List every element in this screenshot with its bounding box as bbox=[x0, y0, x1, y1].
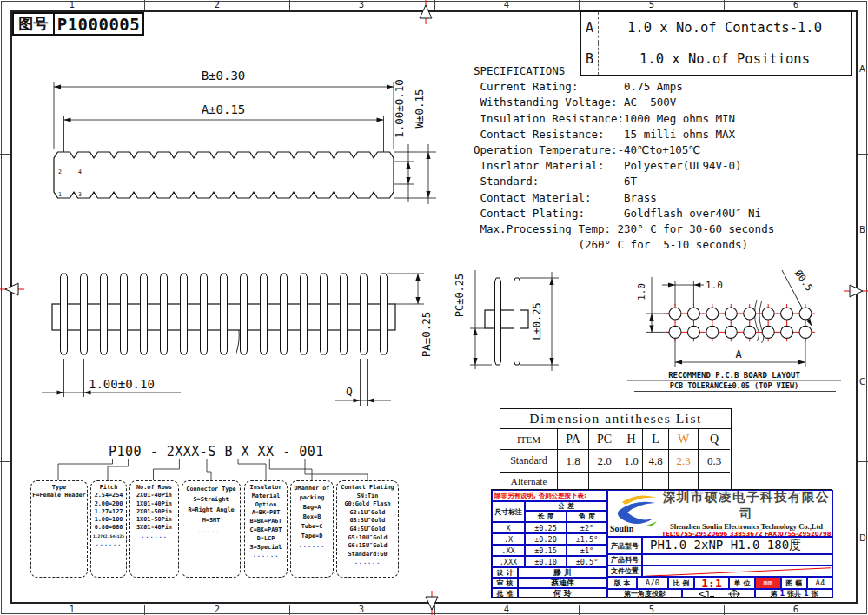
title-block: 除非另有说明, 否则公差按下表: 尺寸标注 公 差 长 度 角 度 X ±0.2… bbox=[491, 489, 832, 598]
pcb-note1: RECOMMEND P.C.B BOARD LAYOUT bbox=[668, 371, 800, 380]
reviewer-label: 审 核 bbox=[492, 578, 518, 588]
drawing-number-value: P1000005 bbox=[55, 14, 142, 34]
spec-line: Standard: 6T bbox=[474, 174, 774, 189]
grid-col-label: 3 bbox=[353, 0, 370, 10]
frame-tick bbox=[858, 154, 868, 155]
frame-tick bbox=[724, 0, 725, 10]
connector-front-view: 1.00±0.10 Q PA±0.25 bbox=[35, 256, 452, 413]
grid-col-label: 4 bbox=[498, 605, 515, 614]
part-box-line: ...... bbox=[130, 532, 178, 540]
tol-header-len: 长 度 bbox=[525, 511, 567, 522]
dim-value: 0.3 bbox=[699, 450, 730, 473]
specifications-block: SPECIFICATIONS Current Rating: 0.75 Amps… bbox=[474, 63, 774, 253]
dimension-table-title: Dimension antitheses List bbox=[500, 409, 731, 429]
part-box-line: ...... bbox=[291, 541, 333, 551]
frame-tick bbox=[0, 461, 10, 462]
scale-label: 比 例 bbox=[668, 577, 694, 589]
logo-text: Soulin bbox=[610, 524, 633, 533]
dimension-table-alternate-row: AIternate bbox=[500, 473, 731, 490]
pin-number: 2 bbox=[58, 169, 62, 175]
part-box-type: Type F=Female Header bbox=[30, 480, 88, 578]
part-box-line: 2X01-40Pin bbox=[130, 492, 178, 499]
tol-cell: ±0.20 bbox=[525, 533, 567, 545]
row-label: AIternate bbox=[500, 473, 558, 490]
pcb-pitch-x-label: 1.0 bbox=[706, 280, 723, 291]
frame-tick bbox=[144, 0, 145, 10]
dim-value bbox=[669, 473, 699, 490]
tol-cell: ±1° bbox=[567, 545, 607, 556]
frame-tick bbox=[0, 308, 10, 308]
tol-cell: ±0.25 bbox=[525, 522, 567, 533]
part-box-line: 2.54=254 bbox=[91, 492, 126, 499]
part-box-line: G3:3U″Gold bbox=[337, 517, 398, 526]
grid-col-label: 5 bbox=[643, 605, 660, 614]
part-box-line: D=LCP bbox=[245, 535, 287, 544]
spec-line: Insulation Resistance:1000 Meg ohms MIN bbox=[474, 111, 774, 127]
frame-tick bbox=[0, 154, 10, 155]
part-box-line: 1X01-40Pin bbox=[130, 500, 178, 508]
tol-cell: X bbox=[492, 522, 525, 533]
part-box-line: G2:1U″Gold bbox=[337, 509, 398, 518]
part-box-line: G4:5U″Gold bbox=[337, 526, 398, 534]
frame-tick bbox=[579, 605, 580, 615]
spec-line: Contact Resistance: 15 milli ohms MAX bbox=[474, 127, 774, 142]
page-text: 张 bbox=[812, 589, 818, 598]
part-number-heading: P100 - 2XXX-S B X XX - 001 bbox=[109, 444, 324, 460]
grid-col-label: 2 bbox=[209, 0, 226, 10]
part-box-line: A=BK=PBT bbox=[245, 509, 287, 518]
part-box-line: DManner of bbox=[291, 484, 333, 493]
dim-value: 1.0 bbox=[620, 450, 643, 473]
part-box-line: 0.80=080 bbox=[91, 524, 126, 532]
dim-value bbox=[589, 473, 620, 490]
dimension-table: Dimension antitheses List ITEM PA PC H L… bbox=[500, 408, 732, 491]
part-box-insulator: Insulator Material Option A=BK=PBT B=BK=… bbox=[244, 480, 288, 578]
part-box-line: ...... bbox=[245, 552, 287, 560]
page-text: 第 bbox=[770, 589, 777, 598]
connector-side-view: PC±0.25 L±0.25 bbox=[430, 248, 578, 408]
grid-col-label: 1 bbox=[63, 605, 81, 614]
center-mark-left bbox=[0, 279, 26, 300]
frame-tick bbox=[724, 605, 725, 615]
company-name-en: Shenzhen Soulin Electronics Technology C… bbox=[660, 522, 832, 531]
dim-a-label: A±0.15 bbox=[202, 102, 246, 116]
dimension-table-standard-row: Standard 1.8 2.0 1.0 4.8 2.3 0.3 bbox=[500, 450, 731, 473]
part-box-line: 1.27X2.54=125 bbox=[91, 532, 126, 540]
row-label: Standard bbox=[500, 450, 558, 473]
drawing-number-label: 图号 bbox=[14, 14, 55, 34]
spec-line: Max.Processing Temp: 230° C for 30-60 se… bbox=[474, 222, 774, 237]
dim-value bbox=[558, 473, 589, 490]
part-box-line: Connector Type bbox=[182, 484, 240, 494]
tol-header-ang: 角 度 bbox=[567, 511, 607, 522]
pin-number: 3 bbox=[78, 191, 82, 198]
projection-symbols bbox=[682, 589, 755, 598]
grid-row-label: B bbox=[859, 225, 865, 235]
grid-col-label: 6 bbox=[787, 0, 805, 10]
part-box-line: 3X01-40Pin bbox=[130, 524, 178, 532]
designer-name: 滕 川 bbox=[518, 567, 607, 578]
part-box-line: 1X01-50Pin bbox=[130, 516, 178, 524]
rev-label: 版 本 bbox=[607, 577, 637, 589]
part-box-line: S=Special bbox=[245, 544, 287, 552]
part-number-legend: P100 - 2XXX-S B X XX - 001 bbox=[26, 437, 408, 485]
red-diagonal-line bbox=[645, 567, 830, 577]
dim-pitch-label: 1.00±0.10 bbox=[89, 377, 155, 391]
frame-tick bbox=[289, 605, 290, 615]
approver-name: 何 玲 bbox=[518, 588, 607, 598]
company-logo: Soulin bbox=[608, 490, 660, 537]
grid-row-label: C bbox=[859, 377, 865, 387]
page-total: 1 bbox=[804, 590, 809, 598]
pcb-note2: PCB TOLERANCE±0.05 (TOP VIEW) bbox=[670, 381, 798, 390]
rev-value: A/0 bbox=[637, 577, 668, 589]
sheet-label: 图 幅 bbox=[781, 577, 807, 589]
page-number: 1 bbox=[779, 590, 785, 598]
part-box-line: G5:10U″Gold bbox=[337, 534, 398, 543]
tol-cell: ±0.10 bbox=[525, 556, 567, 567]
col-header: ITEM bbox=[500, 429, 558, 450]
approver-label: 批 准 bbox=[492, 588, 518, 598]
tol-cell: ±1.5° bbox=[567, 533, 607, 545]
datum-target-icon bbox=[728, 589, 740, 598]
dim-pc-label: PC±0.25 bbox=[454, 274, 466, 318]
model-value: PH1.0 2xNP H1.0 180度 bbox=[642, 537, 833, 554]
formula-value: 1.0 x No.of Contacts-1.0 bbox=[599, 12, 851, 43]
page-count: 第 1 张共 1 张 bbox=[755, 589, 833, 598]
